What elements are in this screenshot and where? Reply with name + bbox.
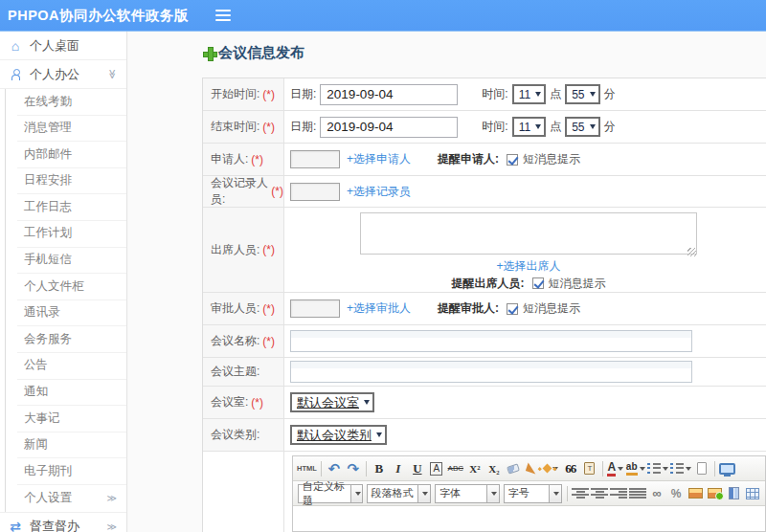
- sidebar-item-mail[interactable]: 内部邮件: [17, 142, 126, 168]
- select-recorder-link[interactable]: +选择记录员: [347, 184, 411, 200]
- format-brush-icon[interactable]: [524, 459, 541, 478]
- eraser-icon[interactable]: [505, 459, 522, 478]
- anchor-icon[interactable]: %: [667, 484, 685, 503]
- sidebar-item-contacts[interactable]: 通讯录: [17, 300, 126, 327]
- paste-icon[interactable]: [581, 459, 598, 478]
- sidebar-item-events[interactable]: 大事记: [17, 406, 126, 432]
- sidebar-item-label: 个人办公: [30, 66, 79, 83]
- sidebar-item-ejournal[interactable]: 电子期刊: [17, 458, 126, 485]
- strikethrough-icon[interactable]: ABC: [447, 459, 464, 478]
- select-approver-link[interactable]: +选择审批人: [347, 300, 411, 317]
- italic-icon[interactable]: I: [390, 459, 407, 478]
- meeting-room-select[interactable]: 默认会议室: [290, 392, 374, 412]
- approver-input[interactable]: [290, 299, 340, 318]
- date-label: 日期:: [290, 119, 316, 135]
- chevron-down-icon: ≫: [106, 69, 117, 78]
- start-hour-select[interactable]: 11: [512, 84, 546, 104]
- sidebar-item-sms[interactable]: 手机短信: [17, 248, 126, 275]
- required-mark: (*): [271, 185, 283, 198]
- approver-sms-checkbox[interactable]: [507, 303, 518, 315]
- sidebar-item-schedule[interactable]: 日程安排: [17, 168, 126, 195]
- dropdown-arrow-icon: [535, 124, 541, 129]
- font-style-icon[interactable]: A: [430, 462, 442, 476]
- menu-icon[interactable]: [215, 10, 231, 21]
- font-color-icon[interactable]: A: [607, 459, 624, 478]
- superscript-icon[interactable]: X²: [466, 459, 484, 478]
- dropdown-arrow-icon: [355, 492, 361, 496]
- sidebar-item-supervision[interactable]: ⇄ 督查督办 ≫: [0, 512, 126, 532]
- select-attendees-link[interactable]: +选择出席人: [496, 258, 560, 275]
- start-date-input[interactable]: [320, 84, 458, 105]
- end-date-input[interactable]: [320, 117, 458, 138]
- attendees-textarea[interactable]: [360, 212, 697, 255]
- sidebar-item-attendance[interactable]: 在线考勤: [17, 89, 126, 116]
- start-minute-select[interactable]: 55: [565, 84, 599, 104]
- end-hour-select[interactable]: 11: [512, 117, 546, 137]
- highlight-color-icon[interactable]: ab: [626, 459, 645, 478]
- link-icon[interactable]: ∞: [648, 484, 665, 503]
- editor-content-area[interactable]: [293, 506, 765, 531]
- sidebar-item-worklog[interactable]: 工作日志: [17, 194, 126, 221]
- font-size-select[interactable]: 字号: [504, 484, 562, 503]
- sms-label: 短消息提示: [523, 151, 580, 167]
- sidebar-item-office[interactable]: 个人办公 ≫: [0, 60, 126, 89]
- paragraph-format-select[interactable]: 段落格式: [367, 484, 432, 503]
- sidebar-item-announcement[interactable]: 公告: [17, 353, 126, 380]
- dropdown-arrow-icon: [640, 467, 645, 471]
- applicant-input[interactable]: [290, 150, 340, 168]
- unordered-list-icon[interactable]: [670, 459, 691, 478]
- sidebar-item-meeting-service[interactable]: 会务服务: [17, 326, 126, 353]
- recorder-input[interactable]: [290, 183, 340, 201]
- font-family-select[interactable]: 字体: [435, 484, 500, 503]
- align-right-icon[interactable]: [610, 488, 627, 499]
- subscript-icon[interactable]: X₂: [485, 459, 503, 478]
- applicant-sms-checkbox[interactable]: [507, 154, 518, 166]
- resize-handle[interactable]: [687, 248, 696, 256]
- new-page-icon[interactable]: [693, 459, 710, 478]
- select-applicant-link[interactable]: +选择申请人: [347, 151, 411, 167]
- row-content-editor: HTML ↶ ↷ B I U A ABC X² X₂: [203, 452, 766, 532]
- ordered-list-icon[interactable]: [647, 459, 668, 478]
- row-meeting-room: 会议室:(*) 默认会议室: [203, 387, 766, 419]
- attendees-sms-checkbox[interactable]: [532, 277, 544, 289]
- meeting-category-select[interactable]: 默认会议类别: [290, 425, 387, 445]
- end-minute-select[interactable]: 55: [565, 117, 599, 137]
- align-left-icon[interactable]: [572, 488, 589, 499]
- align-center-icon[interactable]: [591, 488, 608, 499]
- meeting-name-input[interactable]: [290, 330, 692, 352]
- dropdown-arrow-icon: [364, 400, 370, 405]
- fullscreen-icon[interactable]: [719, 459, 736, 478]
- upload-image-icon[interactable]: [706, 484, 723, 503]
- blockquote-icon[interactable]: 66: [562, 459, 579, 478]
- align-justify-icon[interactable]: [629, 488, 646, 499]
- row-applicant: 申请人:(*) +选择申请人 提醒申请人: 短消息提示: [203, 144, 766, 176]
- row-approver: 审批人员:(*) +选择审批人 提醒审批人: 短消息提示: [203, 293, 766, 325]
- sms-label: 短消息提示: [549, 276, 606, 292]
- dropdown-arrow-icon: [491, 492, 497, 496]
- sidebar-item-desktop[interactable]: ⌂ 个人桌面: [0, 32, 126, 60]
- remind-approver-label: 提醒审批人:: [438, 300, 499, 317]
- insert-image-icon[interactable]: [687, 484, 704, 503]
- sidebar-item-news[interactable]: 新闻: [17, 432, 126, 459]
- redo-icon[interactable]: ↷: [345, 459, 362, 478]
- sidebar-item-notice[interactable]: 通知: [17, 380, 126, 407]
- heading-select[interactable]: 自定义标题: [298, 484, 363, 503]
- sidebar-item-filecabinet[interactable]: 个人文件柜: [17, 274, 126, 300]
- sidebar-item-settings[interactable]: 个人设置 ≫: [17, 485, 126, 512]
- sidebar-item-messages[interactable]: 消息管理: [17, 116, 126, 143]
- remind-applicant-label: 提醒申请人:: [438, 151, 499, 167]
- rich-text-editor: HTML ↶ ↷ B I U A ABC X² X₂: [292, 455, 766, 532]
- autoformat-icon[interactable]: [543, 459, 560, 478]
- row-meeting-category: 会议类别: 默认会议类别: [203, 419, 766, 452]
- html-source-icon[interactable]: HTML: [297, 459, 317, 478]
- sidebar-item-workplan[interactable]: 工作计划: [17, 221, 126, 248]
- undo-icon[interactable]: ↶: [326, 459, 343, 478]
- underline-icon[interactable]: U: [409, 459, 426, 478]
- minute-unit: 分: [604, 119, 616, 135]
- row-meeting-name: 会议名称:(*): [203, 325, 766, 358]
- page-break-icon[interactable]: [725, 484, 742, 503]
- insert-table-icon[interactable]: [744, 484, 761, 503]
- dropdown-arrow-icon: [686, 467, 691, 471]
- bold-icon[interactable]: B: [371, 459, 388, 478]
- meeting-subject-input[interactable]: [290, 361, 692, 383]
